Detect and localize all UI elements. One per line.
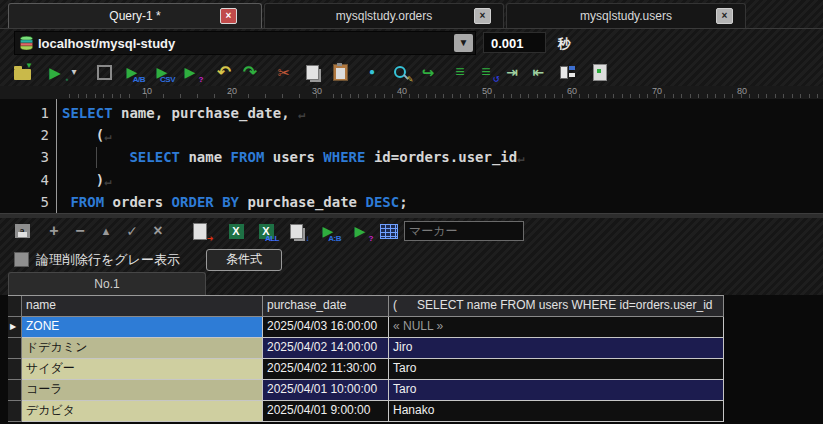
table-row[interactable]: コーラ2025/04/01 10:00:00Taro: [8, 380, 724, 401]
execute-dropdown-icon[interactable]: ▾: [66, 61, 82, 83]
row-selector-cell[interactable]: [8, 401, 22, 422]
eol-mark-icon: ↵: [517, 151, 524, 165]
row-selector-header[interactable]: [8, 296, 22, 317]
table-cell[interactable]: Taro: [389, 380, 724, 401]
chevron-down-icon[interactable]: ▼: [454, 34, 473, 52]
insert-row-icon[interactable]: +: [46, 220, 62, 242]
ruler-number: 50: [482, 86, 492, 96]
monitor-icon[interactable]: [592, 61, 608, 83]
code-line[interactable]: SELECT name FROM users WHERE id=orders.u…: [58, 146, 823, 168]
tab-close-icon[interactable]: ×: [474, 8, 491, 24]
ruler-number: 40: [397, 86, 407, 96]
line-number-gutter: 12345: [0, 99, 57, 213]
table-cell[interactable]: 2025/04/03 16:00:00: [263, 317, 389, 338]
row-selector-cell[interactable]: [8, 380, 22, 401]
reexecute-explain-icon[interactable]: ▶?: [352, 220, 368, 242]
tab-close-icon[interactable]: ×: [716, 8, 733, 24]
redo-icon[interactable]: ↷: [242, 61, 258, 83]
tab-close-icon[interactable]: ×: [220, 8, 237, 24]
code-line[interactable]: (↵: [58, 124, 823, 146]
table-cell[interactable]: サイダー: [22, 359, 263, 380]
table-cell[interactable]: Hanako: [389, 401, 724, 422]
code-line[interactable]: )↵: [58, 169, 823, 191]
indent-icon[interactable]: ⇥: [504, 61, 520, 83]
table-cell[interactable]: Taro: [389, 359, 724, 380]
execute-ab-icon[interactable]: ▶A/B: [124, 61, 140, 83]
execute-csv-icon[interactable]: ▶CSV: [154, 61, 170, 83]
code-line[interactable]: FROM orders ORDER BY purchase_date DESC;: [58, 191, 823, 213]
table-cell[interactable]: Jiro: [389, 338, 724, 359]
execute-query-icon[interactable]: ▶▪: [47, 61, 63, 83]
table-cell[interactable]: 2025/04/02 14:00:00: [263, 338, 389, 359]
undo-icon[interactable]: ↶: [216, 61, 232, 83]
commit-icon[interactable]: ✓: [124, 220, 140, 242]
execute-explain-icon[interactable]: ▶?: [182, 61, 198, 83]
row-selector-cell[interactable]: [8, 359, 22, 380]
table-cell[interactable]: 2025/04/02 11:30:00: [263, 359, 389, 380]
sql-editor[interactable]: 12345 SELECT name, purchase_date, ↵ (↵ S…: [0, 99, 823, 213]
replace-icon[interactable]: ✎: [392, 61, 408, 83]
ruler-number: 20: [227, 86, 237, 96]
cut-icon[interactable]: ✂: [276, 61, 292, 83]
line-number: 1: [0, 102, 56, 124]
excel-export-icon[interactable]: X: [228, 220, 244, 242]
database-icon: [20, 36, 33, 50]
tab-query-1[interactable]: Query-1 * ×: [8, 3, 262, 28]
tree-view-icon[interactable]: [560, 61, 576, 83]
copy-icon[interactable]: [304, 61, 320, 83]
delete-row-icon[interactable]: −: [72, 220, 88, 242]
line-number: 5: [0, 191, 56, 213]
outdent-icon[interactable]: ⇤: [530, 61, 546, 83]
excel-export-all-icon[interactable]: XALL: [258, 220, 274, 242]
duration-unit-label: 秒: [558, 35, 571, 53]
table-cell[interactable]: ZONE: [22, 317, 263, 338]
post-row-icon[interactable]: ▲: [98, 220, 114, 242]
ruler-number: 30: [312, 86, 322, 96]
open-file-icon[interactable]: [14, 61, 31, 83]
format-lines-icon[interactable]: ≡: [452, 61, 468, 83]
table-cell[interactable]: 2025/04/01 10:00:00: [263, 380, 389, 401]
grey-display-checkbox[interactable]: [14, 252, 29, 267]
code-line[interactable]: SELECT name, purchase_date, ↵: [58, 102, 823, 124]
grid-settings-icon[interactable]: [380, 220, 398, 242]
results-grid: namepurchase_date( SELECT name FROM user…: [8, 295, 724, 422]
table-row[interactable]: ドデカミン2025/04/02 14:00:00Jiro: [8, 338, 724, 359]
eol-mark-icon: ↵: [298, 107, 305, 121]
jump-icon[interactable]: ↪: [420, 61, 436, 83]
export-icon[interactable]: ➜: [192, 220, 208, 242]
table-row[interactable]: サイダー2025/04/02 11:30:00Taro: [8, 359, 724, 380]
result-set-tab[interactable]: No.1: [8, 272, 206, 295]
copy-results-icon[interactable]: ↓: [288, 220, 304, 242]
indent-guide: [96, 147, 97, 167]
table-cell[interactable]: コーラ: [22, 380, 263, 401]
table-cell[interactable]: ドデカミン: [22, 338, 263, 359]
rollback-icon[interactable]: ×: [150, 220, 166, 242]
table-cell[interactable]: « NULL »: [389, 317, 724, 338]
table-row[interactable]: ▶ZONE2025/04/03 16:00:00« NULL »: [8, 317, 724, 338]
reexecute-ab-icon[interactable]: ▶A:B: [320, 220, 336, 242]
tab-label: Query-1 *: [109, 9, 160, 23]
stop-icon[interactable]: [96, 61, 112, 83]
save-results-icon[interactable]: a: [14, 220, 30, 242]
table-cell[interactable]: 2025/04/01 9:00:00: [263, 401, 389, 422]
find-icon[interactable]: ●: [364, 61, 380, 83]
connection-row: localhost/mysql-study ▼ 0.001 秒: [0, 28, 823, 58]
condition-button[interactable]: 条件式: [206, 249, 282, 271]
column-header[interactable]: ( SELECT name FROM users WHERE id=orders…: [389, 296, 724, 317]
current-row-marker[interactable]: ▶: [8, 317, 22, 338]
line-number: 3: [0, 146, 56, 168]
paste-icon[interactable]: [332, 61, 348, 83]
code-area[interactable]: SELECT name, purchase_date, ↵ (↵ SELECT …: [58, 99, 823, 213]
column-header[interactable]: name: [22, 296, 263, 317]
eol-mark-icon: ↵: [104, 174, 111, 188]
format-sql-icon[interactable]: ≡↺: [478, 61, 494, 83]
column-header[interactable]: purchase_date: [263, 296, 389, 317]
connection-select[interactable]: localhost/mysql-study ▼: [14, 31, 476, 55]
table-cell[interactable]: デカビタ: [22, 401, 263, 422]
row-selector-cell[interactable]: [8, 338, 22, 359]
results-area: namepurchase_date( SELECT name FROM user…: [0, 295, 823, 424]
tab-mysqlstudy-orders[interactable]: mysqlstudy.orders ×: [264, 3, 504, 28]
marker-input[interactable]: [404, 221, 524, 241]
table-row[interactable]: デカビタ2025/04/01 9:00:00Hanako: [8, 401, 724, 422]
tab-mysqlstudy-users[interactable]: mysqlstudy.users ×: [506, 3, 746, 28]
